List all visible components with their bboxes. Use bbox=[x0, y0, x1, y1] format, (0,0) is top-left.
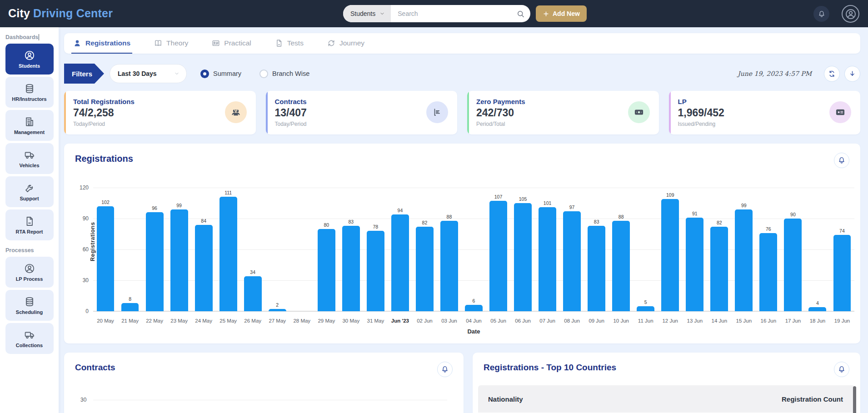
x-axis-tick: 04 Jun bbox=[461, 318, 486, 323]
x-axis-tick: 16 Jun bbox=[756, 318, 781, 323]
sidebar-item-label: RTA Report bbox=[16, 229, 43, 234]
bar-04-jun bbox=[465, 305, 483, 311]
bar-value-label: 78 bbox=[373, 224, 379, 229]
file-icon bbox=[24, 216, 35, 227]
bar-slot: 80 bbox=[314, 188, 339, 311]
bar-value-label: 80 bbox=[324, 222, 329, 228]
bar-value-label: 6 bbox=[473, 298, 475, 304]
user-menu-button[interactable] bbox=[842, 5, 859, 23]
bar-value-label: 76 bbox=[766, 226, 771, 232]
add-new-label: Add New bbox=[553, 10, 580, 17]
radio-dot bbox=[259, 70, 268, 78]
tab-theory[interactable]: Theory bbox=[152, 33, 190, 54]
bar-slot: 6 bbox=[461, 188, 486, 311]
bar-value-label: 82 bbox=[717, 220, 722, 225]
search-category-value: Students bbox=[350, 10, 375, 17]
money-card-icon bbox=[829, 101, 851, 123]
chevron-down-icon bbox=[174, 71, 180, 76]
bar-slot: 97 bbox=[560, 188, 584, 311]
radio-summary[interactable]: Summary bbox=[200, 70, 241, 78]
users-group-icon bbox=[225, 101, 247, 123]
chart-alert-button[interactable] bbox=[834, 153, 849, 168]
y-axis-tick: 0 bbox=[85, 308, 89, 314]
x-axis-tick: 23 May bbox=[167, 318, 191, 323]
tab-registrations[interactable]: Registrations bbox=[71, 33, 132, 54]
stat-card-subtitle: Issued/Pending bbox=[678, 121, 852, 127]
add-new-button[interactable]: Add New bbox=[536, 5, 587, 22]
registrations-chart-card: Registrations Registrations 030609012010… bbox=[64, 144, 860, 343]
bar-20-may bbox=[97, 206, 115, 311]
sidebar-item-support[interactable]: Support bbox=[5, 176, 54, 207]
stat-card-lp: LP1,969/452Issued/Pending bbox=[669, 91, 861, 134]
contracts-y-tick: 30 bbox=[80, 397, 86, 403]
bar-value-label: 107 bbox=[494, 194, 503, 199]
sidebar-item-label: LP Process bbox=[16, 276, 43, 282]
date-range-select[interactable]: Last 30 Days bbox=[110, 64, 187, 83]
x-axis-tick: 02 Jun bbox=[412, 318, 437, 323]
bar-slot: 99 bbox=[732, 188, 756, 311]
tab-label: Practical bbox=[224, 39, 251, 47]
user-circle-icon bbox=[24, 263, 35, 274]
bar-06-jun bbox=[514, 203, 532, 311]
x-axis-tick: 30 May bbox=[339, 318, 363, 323]
sidebar-item-collections[interactable]: Collections bbox=[5, 323, 54, 354]
bar-30-may bbox=[342, 226, 360, 311]
table-scrollbar[interactable] bbox=[853, 386, 856, 413]
bar-value-label: 8 bbox=[129, 296, 131, 302]
tab-journey[interactable]: Journey bbox=[325, 33, 366, 54]
x-axis-tick: 27 May bbox=[265, 318, 289, 323]
countries-alert-button[interactable] bbox=[834, 362, 849, 377]
refresh-button[interactable] bbox=[824, 66, 840, 82]
book-icon bbox=[154, 39, 162, 47]
bell-icon bbox=[818, 10, 826, 18]
x-axis-tick: Jun '23 bbox=[388, 318, 412, 323]
sidebar-item-scheduling[interactable]: Scheduling bbox=[5, 290, 54, 321]
bar-value-label: 91 bbox=[692, 211, 698, 216]
stat-card-total-registrations: Total Registrations74/2,258Today/Period bbox=[64, 91, 256, 134]
tab-tests[interactable]: Tests bbox=[273, 33, 305, 54]
user-circle-icon bbox=[845, 8, 857, 20]
chevron-down-icon bbox=[379, 11, 385, 16]
bar-value-label: 101 bbox=[544, 200, 552, 206]
sidebar-item-vehicles[interactable]: Vehicles bbox=[5, 143, 54, 174]
sidebar-item-students[interactable]: Students bbox=[5, 44, 54, 75]
x-axis-tick: 18 Jun bbox=[805, 318, 830, 323]
sidebar-item-rta-report[interactable]: RTA Report bbox=[5, 209, 54, 240]
user-icon bbox=[73, 39, 81, 47]
sidebar: DashboardsStudentsHR/InstructorsManageme… bbox=[0, 27, 59, 413]
search-category-dropdown[interactable]: Students bbox=[343, 5, 391, 22]
radio-branch-wise[interactable]: Branch Wise bbox=[259, 70, 309, 78]
filters-button[interactable]: Filters bbox=[64, 64, 104, 84]
cycle-icon bbox=[327, 39, 335, 47]
x-axis-tick: 25 May bbox=[216, 318, 240, 323]
search-input[interactable] bbox=[391, 10, 510, 17]
tab-label: Theory bbox=[166, 39, 188, 47]
bar-08-jun bbox=[563, 211, 581, 311]
x-axis-tick: 24 May bbox=[191, 318, 216, 323]
truck-icon bbox=[24, 329, 35, 340]
contracts-alert-button[interactable] bbox=[437, 362, 453, 377]
bar-value-label: 99 bbox=[741, 203, 747, 208]
x-axis-tick: 10 Jun bbox=[609, 318, 634, 323]
bar-03-jun bbox=[440, 221, 458, 311]
bell-icon bbox=[838, 365, 846, 373]
bar-value-label: 102 bbox=[101, 199, 110, 205]
search-button[interactable] bbox=[510, 5, 530, 22]
column-header-registration-count: Registration Count bbox=[782, 395, 843, 403]
download-button[interactable] bbox=[844, 66, 860, 82]
bar-24-may bbox=[195, 225, 213, 311]
sidebar-item-lp-process[interactable]: LP Process bbox=[5, 257, 54, 288]
sidebar-item-hr-instructors[interactable]: HR/Instructors bbox=[5, 77, 54, 108]
last-updated-timestamp: June 19, 2023 4:57 PM bbox=[738, 70, 812, 77]
notifications-button[interactable] bbox=[813, 6, 829, 22]
bar-21-may bbox=[121, 303, 139, 311]
tab-label: Tests bbox=[287, 39, 304, 47]
bar-13-jun bbox=[686, 218, 703, 311]
x-axis-tick: 29 May bbox=[314, 318, 339, 323]
x-axis-tick: 11 Jun bbox=[634, 318, 658, 323]
radio-label: Branch Wise bbox=[272, 70, 309, 77]
tab-practical[interactable]: Practical bbox=[210, 33, 253, 54]
sidebar-item-management[interactable]: Management bbox=[5, 110, 54, 141]
x-axis-tick: 21 May bbox=[118, 318, 142, 323]
wrench-icon bbox=[24, 183, 35, 194]
